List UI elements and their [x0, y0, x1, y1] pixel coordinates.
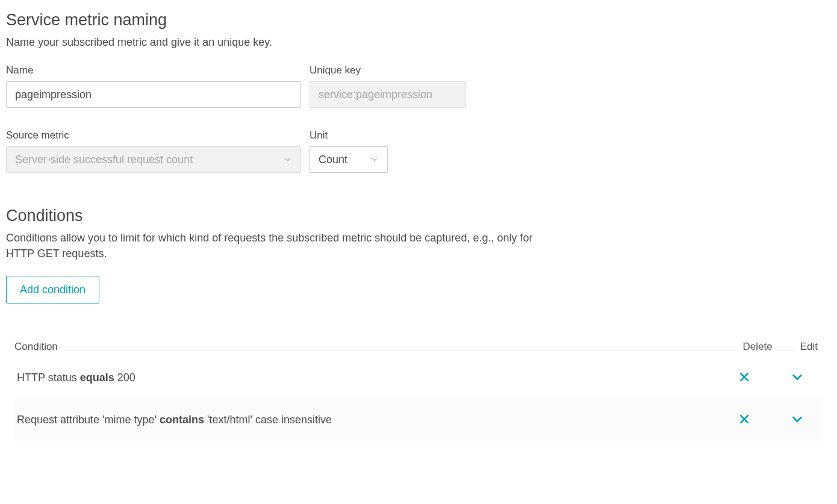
header-condition: Condition	[14, 341, 63, 353]
condition-row: HTTP status equals 200	[14, 356, 823, 399]
unit-label: Unit	[310, 129, 388, 142]
header-divider	[63, 349, 738, 350]
condition-suffix: 200	[114, 372, 135, 384]
condition-prefix: HTTP status	[17, 372, 80, 384]
header-delete: Delete	[738, 341, 777, 353]
section-conditions-title: Conditions	[6, 207, 831, 225]
header-divider	[777, 349, 795, 350]
name-label: Name	[6, 64, 301, 76]
section-conditions-description: Conditions allow you to limit for which …	[6, 230, 548, 261]
condition-text: HTTP status equals 200	[17, 372, 726, 384]
add-condition-label: Add condition	[20, 284, 86, 296]
condition-text: Request attribute 'mime type' contains '…	[17, 414, 726, 426]
unit-value: Count	[319, 154, 347, 166]
unique-key-label: Unique key	[310, 64, 466, 76]
section-naming-title: Service metric naming	[6, 11, 831, 30]
condition-row: Request attribute 'mime type' contains '…	[14, 399, 823, 441]
delete-condition-button[interactable]	[736, 411, 753, 429]
delete-condition-button[interactable]	[736, 369, 753, 387]
source-metric-value: Server-side successful request count	[15, 154, 193, 166]
chevron-down-icon	[791, 412, 804, 428]
unit-select[interactable]: Count	[310, 146, 388, 173]
edit-condition-button[interactable]	[788, 410, 806, 430]
unique-key-input	[310, 81, 466, 108]
condition-operator: contains	[160, 414, 204, 426]
close-icon	[738, 371, 750, 385]
chevron-down-icon	[370, 155, 379, 164]
source-metric-label: Source metric	[6, 129, 301, 142]
conditions-table-header: Condition Delete Edit	[14, 341, 823, 356]
condition-prefix: Request attribute 'mime type'	[17, 414, 160, 426]
name-input[interactable]	[6, 81, 301, 108]
header-edit: Edit	[795, 341, 823, 353]
add-condition-button[interactable]: Add condition	[6, 276, 99, 303]
chevron-down-icon	[284, 155, 292, 164]
condition-operator: equals	[80, 372, 114, 384]
close-icon	[738, 413, 750, 427]
edit-condition-button[interactable]	[788, 368, 806, 388]
chevron-down-icon	[791, 370, 804, 385]
section-naming-description: Name your subscribed metric and give it …	[6, 34, 548, 50]
condition-suffix: 'text/html' case insensitive	[204, 414, 332, 426]
source-metric-select: Server-side successful request count	[6, 146, 301, 173]
